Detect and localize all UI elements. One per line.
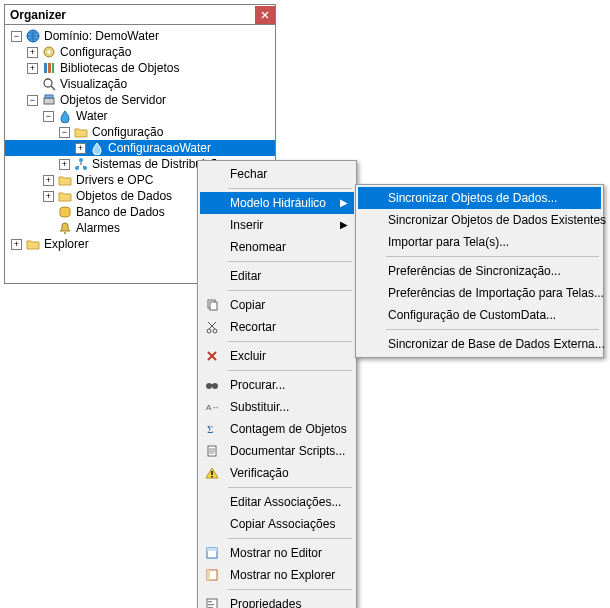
menu-label: Mostrar no Explorer — [230, 568, 335, 582]
svg-point-12 — [79, 158, 83, 162]
tree-item-domain[interactable]: − Domínio: DemoWater — [5, 28, 275, 44]
menu-item-modelo-hidraulico[interactable]: Modelo Hidráulico ▶ — [200, 192, 354, 214]
menu-item-copiar[interactable]: Copiar — [200, 294, 354, 316]
tree-label: Configuração — [92, 125, 163, 139]
collapse-icon[interactable]: − — [11, 31, 22, 42]
menu-item-pref-sincronizacao[interactable]: Preferências de Sincronização... — [358, 260, 601, 282]
water-config-icon — [89, 140, 105, 156]
svg-point-14 — [64, 232, 66, 234]
blank-toggler — [27, 79, 38, 90]
editor-icon — [204, 545, 220, 561]
menu-item-sincronizar-existentes[interactable]: Sincronizar Objetos de Dados Existentes — [358, 209, 601, 231]
svg-rect-32 — [208, 601, 212, 602]
expand-icon[interactable]: + — [43, 191, 54, 202]
tree-item-water[interactable]: − Water — [5, 108, 275, 124]
expand-icon[interactable]: + — [59, 159, 70, 170]
menu-separator — [228, 188, 352, 189]
menu-label: Procurar... — [230, 378, 285, 392]
menu-item-documentar-scripts[interactable]: Documentar Scripts... — [200, 440, 354, 462]
menu-item-editar-associacoes[interactable]: Editar Associações... — [200, 491, 354, 513]
menu-label: Inserir — [230, 218, 263, 232]
menu-item-sincronizar-base-externa[interactable]: Sincronizar de Base de Dados Externa... — [358, 333, 601, 355]
menu-item-inserir[interactable]: Inserir ▶ — [200, 214, 354, 236]
tree-item-config[interactable]: + Configuração — [5, 44, 275, 60]
folder-icon — [57, 172, 73, 188]
explorer-icon — [204, 567, 220, 583]
svg-line-7 — [51, 86, 55, 90]
menu-label: Excluir — [230, 349, 266, 363]
menu-item-recortar[interactable]: Recortar — [200, 316, 354, 338]
submenu-modelo-hidraulico: Sincronizar Objetos de Dados... Sincroni… — [355, 184, 604, 358]
menu-separator — [228, 538, 352, 539]
menu-label: Verificação — [230, 466, 289, 480]
svg-text:A↔: A↔ — [206, 403, 219, 412]
network-icon — [73, 156, 89, 172]
menu-item-config-customdata[interactable]: Configuração de CustomData... — [358, 304, 601, 326]
tree-label: Drivers e OPC — [76, 173, 153, 187]
expand-icon[interactable]: + — [27, 63, 38, 74]
collapse-icon[interactable]: − — [27, 95, 38, 106]
svg-rect-33 — [208, 604, 214, 605]
document-icon — [204, 443, 220, 459]
expand-icon[interactable]: + — [27, 47, 38, 58]
close-icon[interactable] — [255, 6, 275, 24]
menu-label: Renomear — [230, 240, 286, 254]
menu-item-sincronizar-objetos[interactable]: Sincronizar Objetos de Dados... — [358, 187, 601, 209]
expand-icon[interactable]: + — [75, 143, 86, 154]
tree-label: Water — [76, 109, 108, 123]
menu-item-propriedades[interactable]: Propriedades — [200, 593, 354, 608]
properties-icon — [204, 596, 220, 608]
submenu-arrow-icon: ▶ — [340, 219, 348, 230]
delete-icon — [204, 348, 220, 364]
binoculars-icon — [204, 377, 220, 393]
folder-icon — [73, 124, 89, 140]
menu-item-contagem[interactable]: Σ Contagem de Objetos — [200, 418, 354, 440]
server-icon — [41, 92, 57, 108]
svg-rect-16 — [210, 302, 217, 310]
menu-separator — [386, 329, 599, 330]
menu-label: Importar para Tela(s)... — [388, 235, 509, 249]
svg-rect-31 — [207, 599, 217, 608]
svg-point-6 — [44, 79, 52, 87]
svg-text:Σ: Σ — [207, 423, 213, 435]
menu-item-editar[interactable]: Editar — [200, 265, 354, 287]
menu-item-verificacao[interactable]: Verificação — [200, 462, 354, 484]
tree-item-configuracao-water[interactable]: + ConfiguracaoWater — [5, 140, 275, 156]
tree-item-visualization[interactable]: Visualização — [5, 76, 275, 92]
menu-label: Propriedades — [230, 597, 301, 608]
tree-label: Objetos de Servidor — [60, 93, 166, 107]
menu-item-excluir[interactable]: Excluir — [200, 345, 354, 367]
replace-icon: A↔ — [204, 399, 220, 415]
tree-item-water-config[interactable]: − Configuração — [5, 124, 275, 140]
collapse-icon[interactable]: − — [59, 127, 70, 138]
collapse-icon[interactable]: − — [43, 111, 54, 122]
menu-separator — [228, 487, 352, 488]
menu-item-importar-telas[interactable]: Importar para Tela(s)... — [358, 231, 601, 253]
menu-label: Mostrar no Editor — [230, 546, 322, 560]
menu-label: Fechar — [230, 167, 267, 181]
svg-point-17 — [207, 329, 211, 333]
books-icon — [41, 60, 57, 76]
svg-point-2 — [47, 50, 51, 54]
menu-item-pref-importacao[interactable]: Preferências de Importação para Telas... — [358, 282, 601, 304]
menu-item-mostrar-editor[interactable]: Mostrar no Editor — [200, 542, 354, 564]
menu-item-renomear[interactable]: Renomear — [200, 236, 354, 258]
menu-item-copiar-associacoes[interactable]: Copiar Associações — [200, 513, 354, 535]
menu-item-substituir[interactable]: A↔ Substituir... — [200, 396, 354, 418]
menu-label: Substituir... — [230, 400, 289, 414]
expand-icon[interactable]: + — [11, 239, 22, 250]
copy-icon — [204, 297, 220, 313]
tree-label: Banco de Dados — [76, 205, 165, 219]
menu-label: Sincronizar Objetos de Dados Existentes — [388, 213, 606, 227]
bell-icon — [57, 220, 73, 236]
tree-item-server-objects[interactable]: − Objetos de Servidor — [5, 92, 275, 108]
blank-toggler — [43, 223, 54, 234]
menu-label: Modelo Hidráulico — [230, 196, 326, 210]
menu-item-procurar[interactable]: Procurar... — [200, 374, 354, 396]
menu-item-fechar[interactable]: Fechar — [200, 163, 354, 185]
expand-icon[interactable]: + — [43, 175, 54, 186]
svg-rect-25 — [211, 471, 212, 475]
tree-item-libraries[interactable]: + Bibliotecas de Objetos — [5, 60, 275, 76]
menu-item-mostrar-explorer[interactable]: Mostrar no Explorer — [200, 564, 354, 586]
svg-rect-21 — [210, 384, 214, 386]
